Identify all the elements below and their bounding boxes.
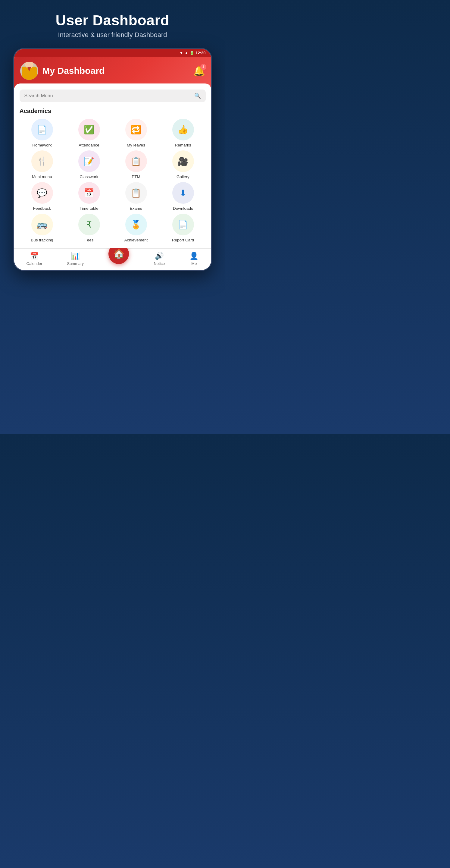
reportcard-icon: 📄	[178, 220, 188, 230]
homework-icon: 📄	[37, 125, 47, 135]
achievement-icon: 🏅	[131, 220, 141, 230]
feedback-label: Feedback	[33, 206, 51, 211]
icon-grid: 📄Homework✅Attendance🔁My leaves👍Remarks🍴M…	[20, 119, 206, 248]
icon-item-ptm[interactable]: 📋PTM	[114, 150, 159, 179]
classwork-label: Classwork	[79, 175, 98, 179]
reportcard-label: Report Card	[172, 238, 194, 242]
gallery-label: Gallery	[176, 175, 189, 179]
academics-section-title: Academics	[20, 107, 206, 115]
signal-icon: ▲	[184, 51, 188, 55]
bustracking-label: Bus tracking	[31, 238, 53, 242]
search-input[interactable]	[24, 93, 194, 98]
remarks-label: Remarks	[175, 143, 191, 147]
nav-notice[interactable]: 🔊 Notice	[154, 252, 165, 266]
wifi-icon: ▼	[180, 51, 184, 55]
status-icons: ▼ ▲ 🔋 12:30	[180, 51, 206, 55]
icon-item-exams[interactable]: 📋Exams	[114, 182, 159, 211]
icon-circle-classwork: 📝	[78, 150, 100, 172]
page-title: User Dashboard	[56, 12, 169, 29]
icon-item-downloads[interactable]: ⬇Downloads	[161, 182, 206, 211]
notification-badge: 1	[200, 64, 206, 70]
achievement-label: Achievement	[124, 238, 148, 242]
feedback-icon: 💬	[37, 188, 47, 198]
gallery-icon: 🎥	[178, 156, 188, 166]
page-subtitle: Interactive & user friendly Dashboard	[56, 31, 169, 39]
attendance-label: Attendance	[78, 143, 99, 147]
icon-circle-exams: 📋	[125, 182, 147, 204]
icon-circle-remarks: 👍	[172, 119, 194, 141]
icon-item-feedback[interactable]: 💬Feedback	[20, 182, 65, 211]
icon-circle-mealmenu: 🍴	[31, 150, 53, 172]
search-bar[interactable]: 🔍	[20, 90, 206, 102]
classwork-icon: 📝	[84, 156, 94, 166]
icon-circle-achievement: 🏅	[125, 214, 147, 236]
icon-item-mealmenu[interactable]: 🍴Meal menu	[20, 150, 65, 179]
mealmenu-icon: 🍴	[37, 156, 47, 166]
header-left: My Dashboard	[20, 62, 105, 80]
clock: 12:30	[195, 51, 205, 55]
ptm-label: PTM	[132, 175, 140, 179]
icon-item-classwork[interactable]: 📝Classwork	[67, 150, 112, 179]
icon-item-homework[interactable]: 📄Homework	[20, 119, 65, 147]
exams-label: Exams	[130, 206, 142, 211]
status-bar: ▼ ▲ 🔋 12:30	[14, 49, 211, 57]
icon-item-achievement[interactable]: 🏅Achievement	[114, 214, 159, 242]
icon-circle-reportcard: 📄	[172, 214, 194, 236]
timetable-icon: 📅	[84, 188, 94, 198]
avatar-body	[22, 67, 37, 80]
icon-circle-bustracking: 🚌	[31, 214, 53, 236]
icon-circle-attendance: ✅	[78, 119, 100, 141]
icon-circle-downloads: ⬇	[172, 182, 194, 204]
summary-label: Summary	[67, 261, 84, 266]
fees-icon: ₹	[87, 220, 92, 230]
downloads-label: Downloads	[173, 206, 193, 211]
nav-me[interactable]: 👤 Me	[189, 252, 198, 266]
icon-item-gallery[interactable]: 🎥Gallery	[161, 150, 206, 179]
icon-item-reportcard[interactable]: 📄Report Card	[161, 214, 206, 242]
icon-item-fees[interactable]: ₹Fees	[67, 214, 112, 242]
exams-icon: 📋	[131, 188, 141, 198]
avatar	[20, 62, 38, 80]
icon-circle-homework: 📄	[31, 119, 53, 141]
calender-icon: 📅	[30, 252, 39, 260]
myleaves-label: My leaves	[127, 143, 145, 147]
app-body: 🔍 Academics 📄Homework✅Attendance🔁My leav…	[14, 84, 211, 248]
summary-icon: 📊	[71, 252, 80, 260]
homework-label: Homework	[32, 143, 52, 147]
bottom-nav: 📅 Calender 📊 Summary 🏠 🔊 Notice 👤 Me	[14, 248, 211, 270]
nav-summary[interactable]: 📊 Summary	[67, 252, 84, 266]
search-icon: 🔍	[194, 93, 201, 99]
nav-calender[interactable]: 📅 Calender	[27, 252, 42, 266]
icon-item-myleaves[interactable]: 🔁My leaves	[114, 119, 159, 147]
battery-icon: 🔋	[189, 51, 194, 55]
notification-button[interactable]: 🔔 1	[193, 65, 205, 76]
downloads-icon: ⬇	[180, 188, 187, 198]
icon-item-timetable[interactable]: 📅Time table	[67, 182, 112, 211]
phone-frame: ▼ ▲ 🔋 12:30 My Dashboard 🔔 1 🔍	[13, 48, 212, 271]
icon-circle-fees: ₹	[78, 214, 100, 236]
mealmenu-label: Meal menu	[32, 175, 52, 179]
fees-label: Fees	[84, 238, 93, 242]
icon-circle-myleaves: 🔁	[125, 119, 147, 141]
timetable-label: Time table	[79, 206, 98, 211]
notice-label: Notice	[154, 261, 165, 266]
promo-header: User Dashboard Interactive & user friend…	[56, 12, 169, 39]
calender-label: Calender	[27, 261, 42, 266]
icon-item-attendance[interactable]: ✅Attendance	[67, 119, 112, 147]
me-icon: 👤	[189, 252, 198, 260]
attendance-icon: ✅	[84, 125, 94, 135]
icon-circle-feedback: 💬	[31, 182, 53, 204]
icon-circle-gallery: 🎥	[172, 150, 194, 172]
me-label: Me	[191, 261, 197, 266]
remarks-icon: 👍	[178, 125, 188, 135]
icon-item-bustracking[interactable]: 🚌Bus tracking	[20, 214, 65, 242]
avatar-tie	[27, 67, 31, 71]
home-icon: 🏠	[113, 248, 124, 259]
myleaves-icon: 🔁	[131, 125, 141, 135]
bustracking-icon: 🚌	[37, 220, 47, 230]
icon-item-remarks[interactable]: 👍Remarks	[161, 119, 206, 147]
notice-icon: 🔊	[155, 252, 164, 260]
dashboard-title: My Dashboard	[42, 66, 105, 76]
icon-circle-timetable: 📅	[78, 182, 100, 204]
ptm-icon: 📋	[131, 156, 141, 166]
